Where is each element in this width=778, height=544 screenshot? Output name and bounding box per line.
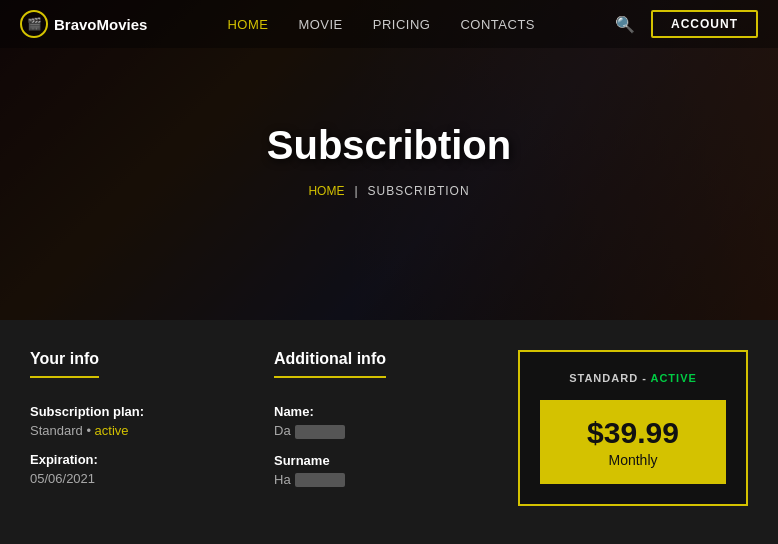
nav-link-home[interactable]: HOME <box>227 17 268 32</box>
pricing-card-header: STANDARD - ACTIVE <box>569 372 697 384</box>
additional-info-title: Additional info <box>274 350 386 378</box>
surname-prefix: Ha <box>274 472 291 487</box>
subscription-plan-value: Standard • active <box>30 423 234 438</box>
surname-label: Surname <box>274 453 478 468</box>
nav-item-movie[interactable]: MOVIE <box>298 15 342 33</box>
search-icon[interactable]: 🔍 <box>615 15 635 34</box>
pricing-header-sep: - <box>642 372 647 384</box>
expiration-label: Expiration: <box>30 452 234 467</box>
nav-links: HOME MOVIE PRICING CONTACTS <box>227 15 535 33</box>
additional-info-panel: Additional info Name: Da Surname Ha <box>274 350 478 506</box>
breadcrumb-current: SUBSCRIBTION <box>368 184 470 198</box>
price-box: $39.99 Monthly <box>540 400 726 484</box>
breadcrumb-separator: | <box>354 184 357 198</box>
surname-value: Ha <box>274 472 478 488</box>
nav-item-home[interactable]: HOME <box>227 15 268 33</box>
name-blurred <box>295 425 345 439</box>
nav-link-movie[interactable]: MOVIE <box>298 17 342 32</box>
breadcrumb-home-link[interactable]: HOME <box>308 184 344 198</box>
nav-link-pricing[interactable]: PRICING <box>373 17 431 32</box>
navbar: 🎬 BravoMovies HOME MOVIE PRICING CONTACT… <box>0 0 778 48</box>
nav-item-contacts[interactable]: CONTACTS <box>460 15 535 33</box>
expiration-value: 05/06/2021 <box>30 471 234 486</box>
name-prefix: Da <box>274 423 291 438</box>
logo-text: BravoMovies <box>54 16 147 33</box>
pricing-card: STANDARD - ACTIVE $39.99 Monthly <box>518 350 748 506</box>
breadcrumb: HOME | SUBSCRIBTION <box>267 184 511 198</box>
hero-section: Subscribtion HOME | SUBSCRIBTION <box>0 0 778 320</box>
subscription-status: active <box>95 423 129 438</box>
surname-blurred <box>295 473 345 487</box>
account-button[interactable]: ACCOUNT <box>651 10 758 38</box>
content-section: Your info Subscription plan: Standard • … <box>0 320 778 544</box>
your-info-panel: Your info Subscription plan: Standard • … <box>30 350 234 506</box>
price-period: Monthly <box>570 452 696 468</box>
price-amount: $39.99 <box>570 416 696 450</box>
pricing-plan-name: STANDARD <box>569 372 638 384</box>
your-info-title: Your info <box>30 350 99 378</box>
pricing-status: ACTIVE <box>650 372 696 384</box>
subscription-plan-label: Subscription plan: <box>30 404 234 419</box>
logo-icon: 🎬 <box>20 10 48 38</box>
nav-right: 🔍 ACCOUNT <box>615 10 758 38</box>
hero-title: Subscribtion <box>267 123 511 168</box>
hero-content: Subscribtion HOME | SUBSCRIBTION <box>267 123 511 198</box>
nav-link-contacts[interactable]: CONTACTS <box>460 17 535 32</box>
name-label: Name: <box>274 404 478 419</box>
nav-item-pricing[interactable]: PRICING <box>373 15 431 33</box>
name-value: Da <box>274 423 478 439</box>
logo[interactable]: 🎬 BravoMovies <box>20 10 147 38</box>
subscription-separator: • <box>86 423 94 438</box>
subscription-plan-text: Standard <box>30 423 83 438</box>
